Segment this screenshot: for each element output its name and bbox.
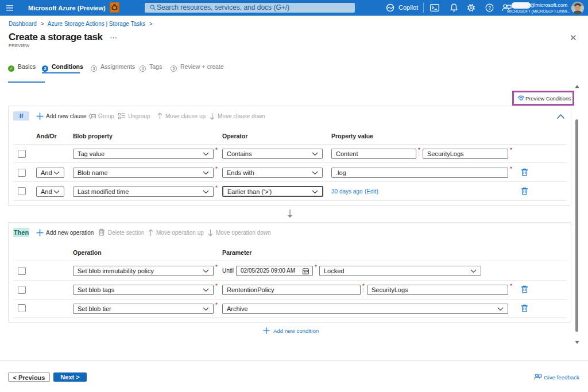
svg-text:?: ? bbox=[488, 5, 491, 11]
